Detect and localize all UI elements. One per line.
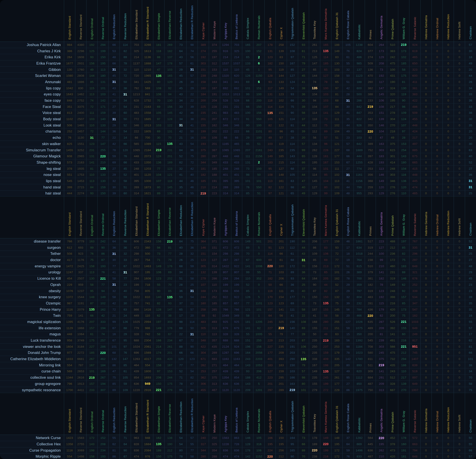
column-header-cipher-x[interactable]: Cipher X [276,197,287,238]
column-header-kabbalistic[interactable]: Kabbalistic [354,393,365,435]
column-header-kaye-cipher[interactable]: Kaye Cipher [197,0,209,42]
column-header-english-standard[interactable]: English Standard [64,393,75,435]
column-header-elizabethan-simple[interactable]: Elizabethan Simple [153,197,164,238]
column-header-beatus-of-liebana[interactable]: Beatus of Liebana [231,197,242,238]
column-header-primes[interactable]: Primes [365,0,376,42]
row-label[interactable]: Scarlet Woman [0,74,64,78]
column-header-chaldean[interactable]: Chaldean [465,393,476,435]
column-header-roman-numerals[interactable]: Roman Numerals [253,197,264,238]
row-label[interactable]: hand steal [0,185,64,189]
row-label[interactable]: obesity [0,289,64,293]
column-header-roman-numerals[interactable]: Roman Numerals [253,393,264,435]
column-header-trigrammaton-qabalah[interactable]: Trigrammaton Qabalah [287,0,298,42]
row-label[interactable]: Curse Propagation [0,448,64,452]
row-label[interactable]: doctor [0,258,64,262]
column-header-agrippa-key[interactable]: Agrippa Key [220,0,231,42]
row-label[interactable]: energy vampire [0,264,64,268]
column-header-elevenfold-qabalah[interactable]: Elevenfold Qabalah [298,393,309,435]
column-header-cabala-simplex[interactable]: Cabala Simplex [242,0,253,42]
column-header-reverse-reduction[interactable]: Reverse Reduction [119,197,131,238]
row-label[interactable]: Tether [0,251,64,256]
column-header-angelic-gematria[interactable]: Angelic Gematria [376,197,387,238]
row-label[interactable]: knee surgery [0,295,64,299]
column-header-reverse-standard[interactable]: Reverse Standard [75,197,86,238]
column-header-elizabethan-standard[interactable]: Elizabethan Standard [131,197,142,238]
column-header-chaldean[interactable]: Chaldean [465,197,476,238]
row-label[interactable]: nose steal [0,173,64,177]
column-header-modern-kaye[interactable]: Modern Kaye [209,197,220,238]
column-header-english-ordinal[interactable]: English Ordinal [86,393,97,435]
column-header-cipher-x[interactable]: Cipher X [276,393,287,435]
column-header-english-rose-cabala[interactable]: English Rose Cabala [342,197,354,238]
row-label[interactable]: skin walker [0,142,64,146]
column-header-hebrew-sofit[interactable]: Hebrew Sofit [454,0,465,42]
column-header-toavotea-key[interactable]: Toavotea Key [309,0,320,42]
row-label[interactable]: lips steal [0,179,64,183]
column-header-beatus-of-liebana[interactable]: Beatus of Liebana [231,0,242,42]
column-header-elizabethan-simple[interactable]: Elizabethan Simple [153,393,164,435]
column-header-elizabethan-r-reduction[interactable]: Elizabethan R Reduction [186,197,197,238]
row-label[interactable]: Shape-shifting [0,160,64,165]
column-header-mars-kamea-gematria[interactable]: Mars Kamea Gematria [320,197,331,238]
column-header-reverse-ordinal[interactable]: Reverse Ordinal [97,197,109,238]
column-header-hebrew-ordinal[interactable]: Hebrew Ordinal [432,393,443,435]
row-label[interactable]: group egregore [0,382,64,386]
column-header-elizabethan-reduction[interactable]: Elizabethan Reduction [175,197,186,238]
row-label[interactable]: Ozempic [0,301,64,305]
column-header-william-g-gray[interactable]: William G. Gray [398,197,409,238]
column-header-angelic-gematria[interactable]: Angelic Gematria [376,0,387,42]
row-label[interactable]: Glamour Magick [0,154,64,158]
column-header-english-qabalah-31[interactable]: English Qabalah 31 [331,393,342,435]
row-label[interactable]: Mirroring link [0,363,64,367]
column-header-elizabethan-r-standard[interactable]: Elizabethan R Standard [142,393,153,435]
column-header-modern-kaye[interactable]: Modern Kaye [209,0,220,42]
column-header-reverse-satanic[interactable]: Reverse Satanic [409,393,420,435]
row-label[interactable]: Face Steal [0,105,64,109]
column-header-kabbalistic[interactable]: Kabbalistic [354,197,365,238]
column-header-hebrew-gematria[interactable]: Hebrew Gematria [420,0,432,42]
row-label[interactable]: Look steal [0,123,64,127]
column-header-hebrew-ordinal[interactable]: Hebrew Ordinal [432,197,443,238]
column-header-elizabethan-reduction[interactable]: Elizabethan Reduction [175,393,186,435]
column-header-trigrammaton-qabalah[interactable]: Trigrammaton Qabalah [287,197,298,238]
column-header-hebrew-sofit[interactable]: Hebrew Sofit [454,393,465,435]
column-header-english-reduction[interactable]: English Reduction [108,393,119,435]
column-header-reverse-standard[interactable]: Reverse Standard [75,393,86,435]
row-label[interactable]: echo [0,136,64,140]
column-header-prime-qabalah[interactable]: Prime Qabalah [387,0,398,42]
column-header-prime-qabalah[interactable]: Prime Qabalah [387,393,398,435]
column-header-elizabethan-standard[interactable]: Elizabethan Standard [131,0,142,42]
row-label[interactable]: Simulacrum Transfer [0,148,64,152]
column-header-elizabethan-r-standard[interactable]: Elizabethan R Standard [142,0,153,42]
column-header-english-rose-cabala[interactable]: English Rose Cabala [342,0,354,42]
column-header-english-ordinal[interactable]: English Ordinal [86,197,97,238]
column-header-hebrew-ordinal[interactable]: Hebrew Ordinal [432,0,443,42]
column-header-english-ordinal[interactable]: English Ordinal [86,0,97,42]
column-header-english-standard[interactable]: English Standard [64,197,75,238]
row-label[interactable]: curse chain [0,369,64,373]
row-label[interactable]: Erika Frantzve [0,61,64,66]
column-header-elizabethan-reverse[interactable]: Elizabethan Reverse [164,393,175,435]
column-header-hebrew-reduction[interactable]: Hebrew Reduction [442,0,454,42]
column-header-kaye-cipher[interactable]: Kaye Cipher [197,197,209,238]
row-label[interactable]: viewer anchor the look [0,345,64,349]
row-label[interactable]: Erika Kirk [0,55,64,59]
row-label[interactable]: Body steal [0,117,64,121]
column-header-mars-kamea-gematria[interactable]: Mars Kamea Gematria [320,0,331,42]
column-header-english-rose-cabala[interactable]: English Rose Cabala [342,393,354,435]
column-header-elizabethan-reduction[interactable]: Elizabethan Reduction [175,0,186,42]
column-header-beatus-of-liebana[interactable]: Beatus of Liebana [231,393,242,435]
column-header-cabala-simplex[interactable]: Cabala Simplex [242,393,253,435]
row-label[interactable]: Prince Harry [0,307,64,312]
row-label[interactable]: Joshua Patrick Allan [0,43,64,47]
column-header-english-reduction[interactable]: English Reduction [108,197,119,238]
column-header-english-qaballa[interactable]: English Qaballa [264,0,276,42]
column-header-english-qaballa[interactable]: English Qaballa [264,393,276,435]
row-label[interactable]: magickal sigilization [0,320,64,324]
column-header-modern-kaye[interactable]: Modern Kaye [209,393,220,435]
column-header-toavotea-key[interactable]: Toavotea Key [309,197,320,238]
column-header-english-qabalah-31[interactable]: English Qabalah 31 [331,197,342,238]
row-label[interactable]: hair steal [0,191,64,195]
column-header-english-qaballa[interactable]: English Qaballa [264,197,276,238]
column-header-hebrew-sofit[interactable]: Hebrew Sofit [454,197,465,238]
